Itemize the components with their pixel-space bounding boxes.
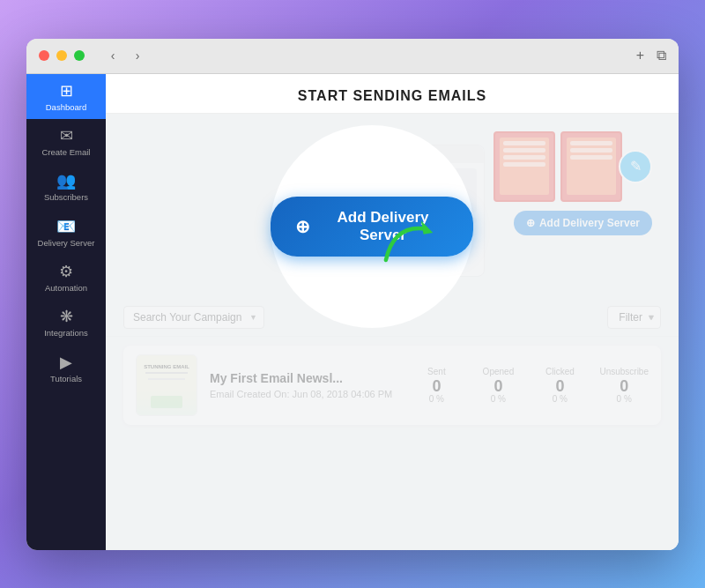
sidebar-item-integrations[interactable]: ❋ Integrations: [26, 300, 106, 345]
browser-window: ‹ › + ⧉ ⊞ Dashboard ✉ Create Email 👥 Sub…: [26, 39, 679, 550]
edit-icon: ✎: [630, 158, 642, 175]
stat-unsubscribe-label: Unsubscribe: [599, 367, 649, 376]
nav-forward-button[interactable]: ›: [127, 45, 148, 66]
traffic-light-red[interactable]: [39, 50, 49, 61]
campaign-name: My First Email Newsl...: [210, 371, 402, 385]
traffic-light-yellow[interactable]: [56, 50, 67, 61]
stat-sent: Sent 0 0 %: [414, 367, 458, 404]
subscribers-icon: 👥: [56, 173, 76, 189]
stat-unsubscribe-pct: 0 %: [617, 394, 632, 404]
sidebar-label-automation: Automation: [45, 283, 87, 293]
top-section: ⊕ Add Delivery Server: [106, 114, 679, 299]
sidebar-label-delivery-server: Delivery Server: [38, 238, 95, 248]
campaign-meta: Email Created On: Jun 08, 2018 04:06 PM: [210, 389, 402, 399]
campaign-details: My First Email Newsl... Email Created On…: [210, 371, 402, 399]
page-title: START SENDING EMAILS: [106, 88, 679, 104]
filter-wrapper: Filter ▼: [607, 306, 661, 329]
sidebar-label-create-email: Create Email: [42, 147, 91, 157]
stat-opened-value: 0: [494, 378, 502, 394]
window-mode-button[interactable]: ⧉: [657, 48, 666, 63]
titlebar-actions: + ⧉: [636, 48, 666, 63]
delivery-server-icon: 📧: [56, 219, 76, 234]
card-box-inner-2: [567, 138, 616, 195]
sidebar-item-create-email[interactable]: ✉ Create Email: [26, 119, 106, 164]
stat-clicked-label: Clicked: [545, 367, 575, 376]
stat-unsubscribe-value: 0: [620, 378, 628, 394]
filter-label: Filter: [619, 311, 642, 324]
browser-body: ⊞ Dashboard ✉ Create Email 👥 Subscribers…: [26, 74, 679, 550]
traffic-light-green[interactable]: [74, 50, 85, 61]
delivery-cards-area: ✎ ⊕ Add Delivery Server: [494, 131, 652, 235]
stat-opened: Opened 0 0 %: [476, 367, 520, 404]
sidebar-item-subscribers[interactable]: 👥 Subscribers: [26, 164, 106, 209]
sidebar-item-delivery-server[interactable]: 📧 Delivery Server: [26, 210, 106, 255]
card-box-left: [494, 131, 555, 202]
stat-opened-label: Opened: [483, 367, 515, 376]
card-box-inner: [500, 138, 549, 195]
stat-sent-label: Sent: [427, 367, 446, 376]
content-area: ⊕ Add Delivery Server: [106, 114, 679, 550]
card-icon-circle: ✎: [619, 150, 652, 183]
dashboard-icon: ⊞: [60, 83, 73, 99]
arrow-container: [378, 216, 449, 272]
nav-arrows: ‹ ›: [102, 45, 148, 66]
filter-button[interactable]: Filter ▼: [607, 306, 661, 329]
nav-back-button[interactable]: ‹: [102, 45, 123, 66]
add-tab-button[interactable]: +: [636, 48, 644, 63]
stat-clicked-value: 0: [555, 378, 564, 394]
plus-icon: ⊕: [295, 216, 310, 237]
stat-clicked: Clicked 0 0 %: [538, 367, 582, 404]
sidebar-label-subscribers: Subscribers: [44, 192, 88, 202]
campaign-item: STUNNING EMAIL My First Email Newsl... E…: [123, 346, 661, 425]
browser-titlebar: ‹ › + ⧉: [26, 39, 679, 74]
sidebar-label-dashboard: Dashboard: [46, 102, 86, 112]
create-email-icon: ✉: [60, 128, 73, 144]
add-delivery-server-button-small[interactable]: ⊕ Add Delivery Server: [514, 211, 652, 235]
main-content: START SENDING EMAILS: [106, 74, 679, 550]
search-select-wrapper: Search Your Campaign: [123, 306, 264, 329]
campaign-list: STUNNING EMAIL My First Email Newsl... E…: [106, 337, 679, 434]
campaign-search-select[interactable]: Search Your Campaign: [123, 306, 264, 329]
filter-chevron-icon: ▼: [647, 313, 655, 322]
card-box-right: [560, 131, 622, 202]
campaign-thumb-text: STUNNING EMAIL: [144, 364, 189, 369]
tutorials-icon: ▶: [60, 354, 72, 370]
stat-opened-pct: 0 %: [491, 394, 506, 404]
plus-icon-small: ⊕: [526, 217, 535, 229]
sidebar-item-tutorials[interactable]: ▶ Tutorials: [26, 346, 106, 391]
svg-marker-0: [421, 220, 433, 234]
stat-unsubscribe: Unsubscribe 0 0 %: [599, 367, 649, 404]
campaign-thumbnail: STUNNING EMAIL: [136, 354, 197, 416]
stat-sent-pct: 0 %: [429, 394, 444, 404]
add-delivery-label-small: Add Delivery Server: [539, 217, 640, 229]
campaign-stats: Sent 0 0 % Opened 0 0 % Clicked: [414, 367, 649, 404]
stat-sent-value: 0: [432, 378, 441, 394]
delivery-card-visual: ✎: [494, 131, 652, 202]
automation-icon: ⚙: [59, 264, 73, 279]
sidebar-item-dashboard[interactable]: ⊞ Dashboard: [26, 74, 106, 119]
sidebar-label-tutorials: Tutorials: [50, 374, 82, 383]
main-header: START SENDING EMAILS: [106, 74, 679, 114]
stat-clicked-pct: 0 %: [553, 394, 568, 404]
sidebar-item-automation[interactable]: ⚙ Automation: [26, 255, 106, 300]
integrations-icon: ❋: [60, 309, 73, 324]
sidebar-label-integrations: Integrations: [44, 328, 88, 338]
green-arrow-icon: [378, 216, 449, 269]
sidebar: ⊞ Dashboard ✉ Create Email 👥 Subscribers…: [26, 74, 106, 550]
